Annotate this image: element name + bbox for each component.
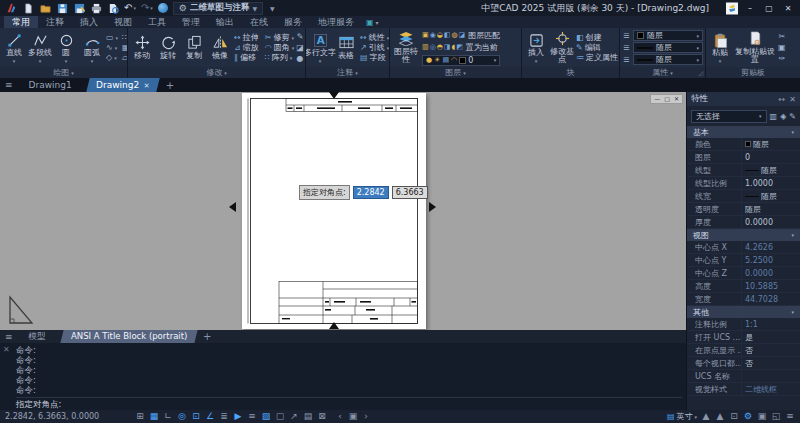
cloud-icon[interactable] <box>158 3 168 13</box>
canvas-minimize-icon[interactable]: — <box>654 96 660 102</box>
property-row[interactable]: 打开 UCS ... 是 <box>687 331 800 344</box>
ribbon-tab[interactable]: 在线 <box>242 16 276 28</box>
block-tool-button[interactable]: ◧创建 <box>576 33 618 43</box>
viewport-maximize-icon[interactable]: ⊡ <box>729 410 739 423</box>
tab-model[interactable]: 模型 <box>20 330 55 343</box>
ribbon-display-toggle[interactable]: ▣▾ <box>362 16 383 28</box>
modify-tool-button[interactable]: ∷阵列▾ <box>265 53 295 63</box>
edit-base-point-button[interactable]: 修改基点 <box>550 31 574 65</box>
tooltip-y-input[interactable]: 6.3663 <box>392 186 428 199</box>
panel-label-modify[interactable]: 修改▾ <box>128 67 305 78</box>
erase-icon[interactable]: ✎ <box>296 32 304 42</box>
quick-select-icon[interactable]: ✎ <box>789 112 796 121</box>
line-button[interactable]: 直线▾ <box>2 32 26 62</box>
close-button[interactable]: ✕ <box>781 4 795 13</box>
ribbon-tab[interactable]: 地理服务 <box>310 16 362 28</box>
modify-tool-button[interactable]: ↔拉伸 <box>234 33 261 43</box>
layer-state-icon[interactable]: ◍ <box>451 31 457 39</box>
insert-block-button[interactable]: 插入▾ <box>524 32 548 62</box>
layer-match-button[interactable]: 图层匹配 <box>468 30 500 41</box>
layer-color-icon[interactable]: ◧ <box>444 31 451 39</box>
qat-customize-button[interactable]: ▼ <box>268 5 277 12</box>
select-objects-icon[interactable]: ◈ <box>780 112 786 121</box>
tooltip-x-input[interactable]: 2.2842 <box>353 186 389 199</box>
match-properties-icon[interactable]: ✑ <box>778 54 786 64</box>
property-row[interactable]: 每个视口都... 否 <box>687 357 800 370</box>
new-drawing-button[interactable]: + <box>166 80 174 91</box>
display-settings-icon[interactable]: ▣ <box>757 410 767 423</box>
grid-toggle[interactable]: ▦ <box>149 410 159 423</box>
ribbon-tab[interactable]: 注释 <box>38 16 72 28</box>
paper-sheet[interactable] <box>242 93 426 329</box>
snap-toggle[interactable]: ⊞ <box>135 410 145 423</box>
ribbon-tab[interactable]: 插入 <box>72 16 106 28</box>
polar-toggle[interactable]: ◎ <box>177 410 187 423</box>
layout-preview-icon[interactable]: ▣ <box>348 410 358 423</box>
property-row[interactable]: 高度 10.5885 <box>687 280 800 293</box>
dialog-launcher-icon[interactable]: ◿ <box>698 67 703 78</box>
property-row[interactable]: 中心点 Y 5.2500 <box>687 254 800 267</box>
tab-layout-ansi-a[interactable]: ANSI A Title Block (portrait) <box>60 330 198 343</box>
section-basic[interactable]: 基本▾ <box>687 126 800 138</box>
ribbon-tab[interactable]: 服务 <box>276 16 310 28</box>
block-tool-button[interactable]: ≔定义属性 <box>576 53 618 63</box>
ribbon-tab[interactable]: 管理 <box>174 16 208 28</box>
layer-set-current-button[interactable]: 置为当前 <box>466 42 498 53</box>
explode-icon[interactable]: ◪ <box>296 43 304 53</box>
next-layout-icon[interactable]: › <box>361 410 371 423</box>
panel-label-properties[interactable]: 属性▾◿ <box>620 67 705 78</box>
color-control[interactable]: ☰ 随层▾ <box>622 30 703 41</box>
settings-gear-icon[interactable]: ⚙ <box>743 410 753 423</box>
property-row[interactable]: 透明度 随层 <box>687 203 800 216</box>
annotation-visibility-icon[interactable]: ▲ <box>715 410 725 423</box>
layer-off-icon[interactable]: ▥ <box>422 43 429 51</box>
new-layout-button[interactable]: + <box>203 331 211 342</box>
ribbon-tab[interactable]: 输出 <box>208 16 242 28</box>
workspace-switcher[interactable]: ⚙二维草图与注释▼ <box>173 2 263 15</box>
plot-button[interactable] <box>90 2 102 14</box>
section-misc[interactable]: 其他▾ <box>687 306 800 318</box>
status-menu-icon[interactable]: ≡ <box>785 410 795 423</box>
toggle-pickadd-icon[interactable]: ▥ <box>770 112 778 121</box>
otrack-toggle[interactable]: ∠ <box>205 410 215 423</box>
copy-icon[interactable]: ▣ <box>778 43 786 53</box>
annotate-tool-button[interactable]: ▤字段 <box>360 53 389 63</box>
layer-walk-icon[interactable]: ◨ <box>444 43 451 51</box>
ribbon-tab[interactable]: 常用 <box>4 16 38 28</box>
panel-label-block[interactable]: 块 <box>522 67 619 78</box>
layer-isolate-icon[interactable]: ◩ <box>456 43 463 51</box>
arc-button[interactable]: 圆弧▾ <box>80 32 104 62</box>
close-command-icon[interactable]: ✕ <box>3 345 10 354</box>
rotate-button[interactable]: 旋转 <box>156 35 180 60</box>
canvas-restore-icon[interactable]: ▢ <box>664 96 670 102</box>
command-input[interactable]: 指定对角点: <box>16 397 682 410</box>
circle-button[interactable]: 圆▾ <box>54 32 78 62</box>
drawing-canvas[interactable]: 指定对角点: 2.2842 6.3663 — ▢ ✕ <box>0 92 686 330</box>
layer-freeze-icon[interactable]: ◉ <box>430 31 436 39</box>
mirror-button[interactable]: 镜像 <box>208 35 232 60</box>
region-icon[interactable]: ▱▾ <box>122 53 127 63</box>
property-row[interactable]: 视觉样式 二维线框 <box>687 383 800 396</box>
modify-tool-button[interactable]: ⊿缩放 <box>234 43 261 53</box>
layer-dropdown[interactable]: ●☀▤◠ 0 ▾ <box>422 55 500 66</box>
layer-unlock-icon[interactable]: ◓ <box>437 43 443 51</box>
layer-lock-icon[interactable]: ◒ <box>437 31 443 39</box>
save-as-button[interactable] <box>73 2 85 14</box>
clean-screen-icon[interactable]: ◱ <box>771 410 781 423</box>
panel-label-draw[interactable]: 绘图▾ <box>0 67 127 78</box>
property-row[interactable]: 颜色 随层 <box>687 138 800 151</box>
layer-on-icon[interactable]: ▣ <box>422 31 429 39</box>
property-row[interactable]: 厚度 0.0000 <box>687 216 800 229</box>
ribbon-tab[interactable]: 视图 <box>106 16 140 28</box>
selection-cycling-toggle[interactable]: ▢ <box>275 410 285 423</box>
open-file-button[interactable] <box>39 2 51 14</box>
maximize-button[interactable]: ▢ <box>762 4 776 13</box>
modify-tool-button[interactable]: ✂修剪▾ <box>265 33 295 43</box>
layer-thaw-icon[interactable]: ◎ <box>430 43 436 51</box>
close-tab-icon[interactable]: ✕ <box>144 79 150 93</box>
cut-icon[interactable]: ✂ <box>778 32 786 42</box>
property-row[interactable]: 图层 0 <box>687 151 800 164</box>
copy-paste-settings-button[interactable]: ⚙ 复制粘贴设置 <box>734 31 776 65</box>
move-button[interactable]: 移动 <box>130 35 154 60</box>
ellipse-icon[interactable]: ◇▾ <box>106 53 118 63</box>
